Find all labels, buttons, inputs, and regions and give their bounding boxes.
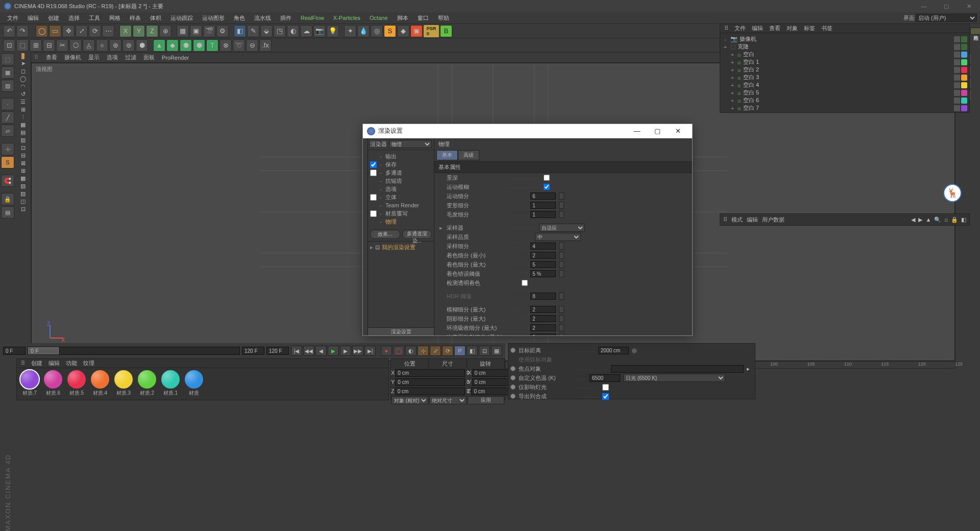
generator-icon[interactable]: ◳ <box>274 25 286 37</box>
tool-8-icon[interactable]: ⟐ <box>96 39 108 52</box>
menu-脚本[interactable]: 脚本 <box>393 13 412 23</box>
plugin3-icon[interactable]: B <box>440 25 452 37</box>
grip-icon[interactable]: ⠿ <box>723 216 727 223</box>
nav-back-icon[interactable]: ◀ <box>911 216 915 223</box>
cube-icon[interactable]: ◧ <box>234 25 246 37</box>
search-icon[interactable]: 🔍 <box>934 216 941 223</box>
object-row[interactable]: +⌾空白 4 <box>722 81 967 89</box>
objmenu-标签[interactable]: 标签 <box>804 25 815 32</box>
effects-button[interactable]: 效果... <box>370 230 400 239</box>
pick-icon[interactable]: ▸ <box>747 366 750 372</box>
sel5-icon[interactable]: ☰ <box>20 99 26 105</box>
spinner-icon[interactable] <box>559 261 564 268</box>
expand-icon[interactable]: + <box>729 75 736 81</box>
sel3-icon[interactable]: ◠ <box>20 83 26 90</box>
vpmenu-选项[interactable]: 选项 <box>107 54 118 61</box>
spinner-icon[interactable] <box>559 243 564 250</box>
redo-icon[interactable]: ↷ <box>16 25 29 37</box>
dialog-grip[interactable] <box>363 138 368 335</box>
num-input[interactable] <box>530 202 556 209</box>
menu-帮助[interactable]: 帮助 <box>434 13 453 23</box>
vpmenu-面板[interactable]: 面板 <box>143 54 155 61</box>
spline-pen-icon[interactable]: ✎ <box>247 25 259 37</box>
environ-icon[interactable]: ☁ <box>300 25 312 37</box>
grip-icon[interactable]: ⠿ <box>724 25 728 32</box>
object-row[interactable]: +⌾空白 2 <box>722 66 967 74</box>
plugin2-icon[interactable]: ▣ <box>410 25 423 37</box>
my-render-settings[interactable]: 我的渲染设置 <box>382 244 415 251</box>
expand-icon[interactable]: + <box>729 52 736 58</box>
sel14-icon[interactable]: ⊞ <box>21 167 26 174</box>
axis-y-icon[interactable]: Y <box>133 25 145 37</box>
render-tree-item[interactable]: -Team Render <box>369 201 433 209</box>
vis-tag[interactable] <box>954 52 960 58</box>
sel18-icon[interactable]: ◫ <box>20 198 26 205</box>
sel2-icon[interactable]: ◯ <box>20 76 26 82</box>
tool-3-icon[interactable]: ⊞ <box>30 39 42 52</box>
preset-icon[interactable]: ⊡ <box>375 244 380 251</box>
sel8-icon[interactable]: ▦ <box>20 122 26 128</box>
menu-运动图形[interactable]: 运动图形 <box>198 13 229 23</box>
color-swatch[interactable] <box>961 82 967 88</box>
key-opt2-icon[interactable]: ▦ <box>491 346 502 356</box>
expand-icon[interactable]: ▸ <box>438 225 444 231</box>
tool-4-icon[interactable]: ⊟ <box>43 39 55 52</box>
axis-widget[interactable]: XZ <box>46 322 66 342</box>
objmenu-对象[interactable]: 对象 <box>787 25 798 32</box>
quality-select[interactable]: 中 <box>535 233 581 241</box>
color-swatch[interactable] <box>961 67 967 73</box>
live-select-icon[interactable]: ◯ <box>36 25 48 37</box>
color-swatch[interactable] <box>961 98 967 104</box>
tool-11-icon[interactable]: ⬢ <box>136 39 148 52</box>
dialog-minimize-button[interactable]: — <box>627 125 647 138</box>
anim-dot[interactable] <box>510 375 516 380</box>
camera-tool-icon[interactable]: 📷 <box>313 25 326 37</box>
object-row[interactable]: +⌾空白 6 <box>722 96 967 104</box>
num-input[interactable] <box>530 261 556 268</box>
cct-preset-select[interactable]: 日光 (6500 K) <box>623 374 725 382</box>
render-tree-item[interactable]: -保存 <box>369 160 433 168</box>
expand-icon[interactable]: + <box>729 105 736 111</box>
point-mode-icon[interactable]: · <box>1 98 14 110</box>
attr-menu-mode[interactable]: 模式 <box>731 216 743 224</box>
sel19-icon[interactable]: ⊡ <box>21 206 26 212</box>
vis-tag[interactable] <box>954 36 960 42</box>
spinner-icon[interactable] <box>559 211 564 218</box>
key-pla-icon[interactable]: ◧ <box>467 346 478 356</box>
matmenu-编辑[interactable]: 编辑 <box>48 359 60 367</box>
color-swatch[interactable] <box>961 75 967 81</box>
matmenu-纹理[interactable]: 纹理 <box>83 359 94 367</box>
snap-icon[interactable]: 🧲 <box>1 175 14 187</box>
grip-icon[interactable]: ⠿ <box>21 360 25 367</box>
rect-select-icon[interactable]: ▭ <box>49 25 61 37</box>
maximize-button[interactable]: ▢ <box>935 0 958 12</box>
script-icon[interactable]: S <box>384 25 396 37</box>
spinner-icon[interactable] <box>559 333 564 335</box>
menu-工具[interactable]: 工具 <box>85 13 104 23</box>
lock-attr-icon[interactable]: 🔒 <box>951 216 958 223</box>
mograph-5-icon[interactable]: T <box>206 39 218 52</box>
anim-dot[interactable] <box>510 384 516 390</box>
nurbs-icon[interactable]: ⬙ <box>260 25 273 37</box>
objmenu-查看[interactable]: 查看 <box>769 25 780 32</box>
plugin1-icon[interactable]: ◆ <box>397 25 409 37</box>
coord-mode1-select[interactable]: 对象 (相对) <box>391 396 428 404</box>
export-comp-checkbox[interactable] <box>602 393 609 400</box>
render-tree-item[interactable]: -多通道 <box>369 168 433 177</box>
timeline-handle[interactable]: 0 F <box>28 347 59 354</box>
sel13-icon[interactable]: ⊠ <box>21 160 26 166</box>
q-icon[interactable]: ? <box>21 53 24 59</box>
cursor-icon[interactable]: ➤ <box>21 60 26 67</box>
key-scale-icon[interactable]: ⤢ <box>430 346 441 356</box>
dialog-close-button[interactable]: ✕ <box>668 125 688 138</box>
menu-体积[interactable]: 体积 <box>146 13 165 23</box>
sel10-icon[interactable]: ▥ <box>20 137 26 143</box>
spinner-icon[interactable] <box>559 324 564 331</box>
sel15-icon[interactable]: ▩ <box>20 175 26 182</box>
render-region-icon[interactable]: ▣ <box>190 25 202 37</box>
object-row[interactable]: -📷摄像机 <box>722 35 967 43</box>
vis-tag[interactable] <box>954 82 960 88</box>
menu-运动跟踪[interactable]: 运动跟踪 <box>166 13 197 23</box>
render-tree-item[interactable]: -材质覆写 <box>369 209 433 218</box>
lock-icon[interactable]: 🔒 <box>1 193 14 205</box>
